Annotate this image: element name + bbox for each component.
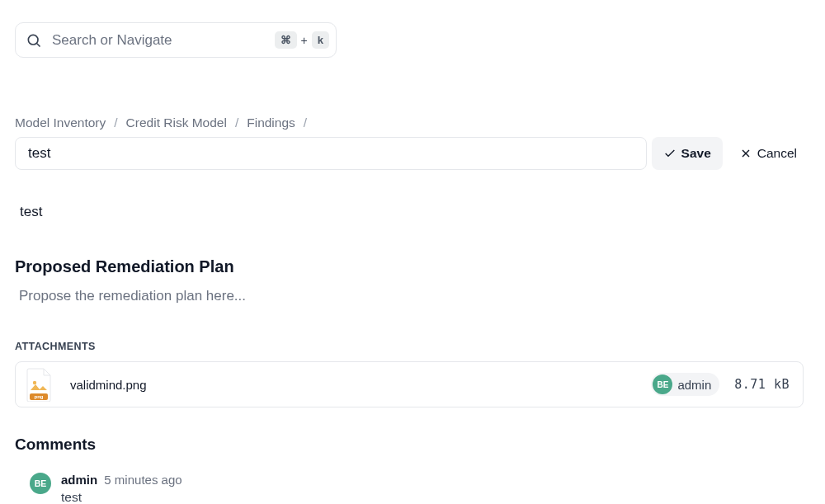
attachment-size: 8.71 kB	[734, 377, 790, 392]
cancel-label: Cancel	[757, 146, 797, 161]
file-thumbnail-icon: png	[24, 367, 54, 402]
avatar: BE	[653, 374, 672, 394]
attachments-label: ATTACHMENTS	[15, 341, 96, 352]
search-icon	[26, 32, 42, 49]
avatar: BE	[30, 473, 51, 494]
remediation-heading: Proposed Remediation Plan	[15, 257, 234, 276]
svg-point-0	[28, 35, 38, 45]
attachment-row[interactable]: png validmind.png BE admin 8.71 kB	[15, 361, 804, 407]
save-button[interactable]: Save	[652, 137, 723, 170]
breadcrumb-separator: /	[114, 115, 117, 130]
cancel-button[interactable]: Cancel	[728, 137, 808, 170]
breadcrumb-separator: /	[304, 115, 307, 130]
remediation-placeholder[interactable]: Propose the remediation plan here...	[19, 288, 246, 304]
kbd-key: k	[312, 31, 329, 49]
kbd-plus: +	[301, 34, 308, 47]
search-placeholder: Search or Navigate	[52, 32, 275, 49]
comment-body: test	[61, 490, 182, 504]
comment-header: admin 5 minutes ago	[61, 473, 182, 487]
attachment-username: admin	[677, 378, 711, 392]
check-icon	[663, 147, 676, 160]
title-row: Save Cancel	[15, 137, 808, 170]
breadcrumb-item[interactable]: Credit Risk Model	[126, 115, 227, 130]
title-input[interactable]	[15, 137, 647, 170]
close-icon	[739, 147, 752, 160]
attachment-filename: validmind.png	[70, 378, 651, 392]
save-label: Save	[681, 146, 711, 161]
breadcrumb: Model Inventory / Credit Risk Model / Fi…	[15, 115, 307, 130]
comment-time: 5 minutes ago	[104, 473, 182, 487]
svg-point-4	[33, 381, 36, 384]
kbd-mod: ⌘	[275, 31, 297, 49]
finding-body: test	[20, 204, 42, 220]
breadcrumb-separator: /	[235, 115, 238, 130]
search-shortcut: ⌘ + k	[275, 31, 329, 49]
attachment-user: BE admin	[651, 373, 719, 396]
breadcrumb-item[interactable]: Findings	[247, 115, 295, 130]
comments-heading: Comments	[15, 436, 96, 454]
comment-item: BE admin 5 minutes ago test	[30, 473, 182, 504]
search-input-wrap[interactable]: Search or Navigate ⌘ + k	[15, 22, 337, 58]
breadcrumb-item[interactable]: Model Inventory	[15, 115, 106, 130]
svg-text:png: png	[35, 394, 44, 399]
comment-username: admin	[61, 473, 97, 487]
svg-line-1	[37, 43, 40, 46]
